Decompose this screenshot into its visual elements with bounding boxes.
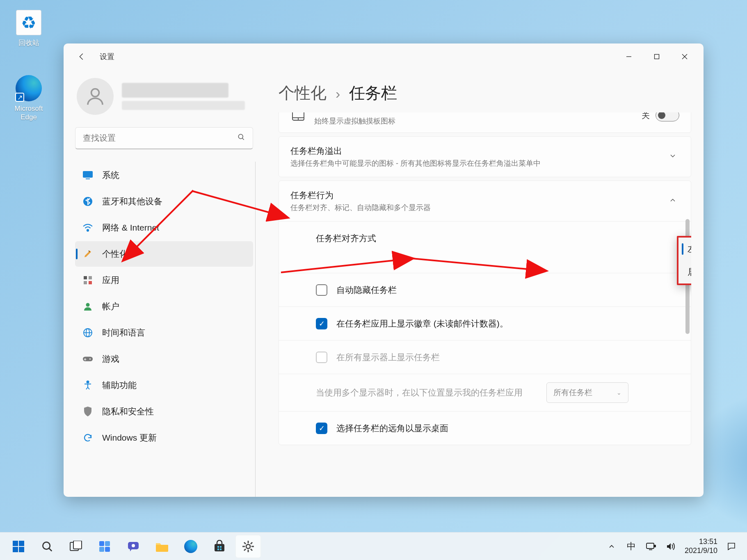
svg-line-58 [251, 549, 252, 551]
row-all-displays: 在所有显示器上显示任务栏 [279, 340, 691, 374]
profile-name-redacted [122, 83, 228, 98]
panel-title: 任务栏角溢出 [290, 145, 660, 157]
svg-rect-61 [646, 543, 654, 549]
nav-windows-update[interactable]: Windows 更新 [75, 425, 253, 450]
network-tray-icon[interactable] [645, 541, 657, 552]
nav-time-language[interactable]: 时间和语言 [75, 320, 253, 345]
chevron-up-icon [669, 196, 679, 206]
panel-taskbar-overflow[interactable]: 任务栏角溢出 选择任务栏角中可能显示的图标 - 所有其他图标将显示在任务栏角溢出… [279, 136, 691, 177]
start-button[interactable] [6, 535, 31, 558]
widgets-icon [97, 539, 112, 554]
clock[interactable]: 13:51 2021/9/10 [685, 537, 717, 555]
search-input[interactable] [83, 133, 237, 143]
widgets-button[interactable] [92, 535, 117, 558]
account-icon [82, 301, 93, 312]
nav-network[interactable]: 网络 & Internet [75, 215, 253, 240]
volume-tray-icon[interactable] [665, 541, 676, 552]
svg-line-60 [244, 549, 246, 551]
toggle-label: 关 [642, 112, 650, 121]
panel-title: 任务栏行为 [290, 190, 660, 201]
nav-privacy[interactable]: 隐私和安全性 [75, 399, 253, 424]
toggle-switch-off[interactable] [656, 112, 679, 121]
alignment-option-left[interactable]: 左 [678, 238, 691, 261]
panel-virtual-touchpad[interactable]: . 始终显示虚拟触摸板图标 关 [279, 112, 691, 133]
svg-rect-49 [220, 546, 222, 548]
minimize-button[interactable] [615, 47, 643, 66]
search-icon [237, 133, 245, 143]
row-badges[interactable]: ✓ 在任务栏应用上显示徽章 (未读邮件计数器)。 [279, 306, 691, 340]
ime-indicator[interactable]: 中 [626, 541, 637, 552]
panel-subtitle: 始终显示虚拟触摸板图标 [314, 116, 633, 126]
svg-rect-7 [83, 171, 93, 178]
tray-overflow-icon[interactable] [606, 541, 617, 552]
avatar [77, 78, 114, 115]
svg-point-52 [246, 544, 250, 549]
checkbox-badges[interactable]: ✓ [316, 318, 327, 329]
svg-rect-42 [99, 547, 104, 552]
touchpad-toggle[interactable]: 关 [642, 112, 679, 121]
store-button[interactable] [207, 535, 232, 558]
checkbox-all-displays [316, 352, 327, 363]
update-icon [82, 432, 93, 443]
svg-rect-43 [105, 547, 110, 552]
content-scrollbar[interactable] [685, 112, 690, 497]
checkbox-show-desktop[interactable]: ✓ [316, 423, 327, 434]
chat-button[interactable] [121, 535, 146, 558]
profile-section[interactable] [73, 70, 256, 127]
breadcrumb-current: 任务栏 [349, 82, 397, 104]
edge-button[interactable] [178, 535, 203, 558]
chevron-down-icon [669, 152, 679, 162]
touchpad-icon [290, 112, 306, 123]
task-view-button[interactable] [63, 535, 89, 558]
window-title: 设置 [100, 52, 114, 62]
svg-rect-41 [105, 541, 110, 546]
panel-taskbar-behavior: 任务栏行为 任务栏对齐、标记、自动隐藏和多个显示器 任务栏对齐方式 左 居 [279, 181, 691, 445]
desktop-icon-edge[interactable]: ↗ Microsoft Edge [8, 74, 49, 122]
date: 2021/9/10 [685, 546, 717, 555]
svg-line-37 [49, 548, 52, 551]
nav-personalization[interactable]: 个性化 [75, 241, 253, 267]
chevron-down-icon: ⌄ [617, 389, 621, 396]
folder-icon [155, 539, 169, 554]
panel-subtitle: 选择任务栏角中可能显示的图标 - 所有其他图标将显示在任务栏角溢出菜单中 [290, 158, 660, 168]
row-show-desktop[interactable]: ✓ 选择任务栏的远角以显示桌面 [279, 411, 691, 445]
alignment-option-center[interactable]: 居中 [678, 261, 691, 283]
svg-rect-50 [217, 549, 219, 550]
store-icon [212, 539, 227, 554]
profile-sub-redacted [122, 101, 245, 110]
recycle-icon: ♻ [21, 13, 37, 33]
close-button[interactable] [671, 47, 699, 66]
settings-button[interactable] [235, 535, 261, 558]
nav-bluetooth[interactable]: 蓝牙和其他设备 [75, 189, 253, 214]
search-button[interactable] [34, 535, 60, 558]
desktop-icon-recycle-bin[interactable]: ♻ 回收站 [8, 8, 49, 47]
maximize-button[interactable] [643, 47, 671, 66]
multi-display-label: 当使用多个显示器时，在以下位置显示我的任务栏应用 [316, 387, 537, 398]
svg-rect-13 [84, 281, 87, 284]
breadcrumb-parent[interactable]: 个性化 [279, 82, 327, 104]
nav-label: 隐私和安全性 [102, 406, 154, 417]
nav-gaming[interactable]: 游戏 [75, 346, 253, 372]
notifications-icon[interactable] [726, 541, 737, 552]
breadcrumb-separator: › [336, 86, 340, 102]
nav-system[interactable]: 系统 [75, 162, 253, 188]
nav: 系统 蓝牙和其他设备 网络 & Internet 个性化 应用 [73, 162, 256, 497]
explorer-button[interactable] [149, 535, 175, 558]
nav-label: 应用 [102, 274, 119, 286]
wifi-icon [82, 222, 93, 233]
svg-rect-39 [73, 541, 82, 549]
checkbox-autohide[interactable] [316, 284, 327, 296]
search-box[interactable] [75, 127, 253, 149]
time: 13:51 [685, 537, 717, 546]
row-autohide[interactable]: 自动隐藏任务栏 [279, 273, 691, 306]
panel-header-behavior[interactable]: 任务栏行为 任务栏对齐、标记、自动隐藏和多个显示器 [279, 181, 691, 221]
multi-display-value: 所有任务栏 [553, 387, 592, 398]
back-button[interactable] [76, 51, 87, 62]
multi-display-dropdown: 所有任务栏 ⌄ [546, 382, 628, 403]
nav-accounts[interactable]: 帐户 [75, 294, 253, 319]
edge-label: Microsoft Edge [8, 104, 49, 122]
nav-accessibility[interactable]: 辅助功能 [75, 373, 253, 398]
sidebar: 系统 蓝牙和其他设备 网络 & Internet 个性化 应用 [64, 70, 260, 497]
shortcut-arrow-icon: ↗ [15, 93, 24, 102]
nav-apps[interactable]: 应用 [75, 267, 253, 293]
